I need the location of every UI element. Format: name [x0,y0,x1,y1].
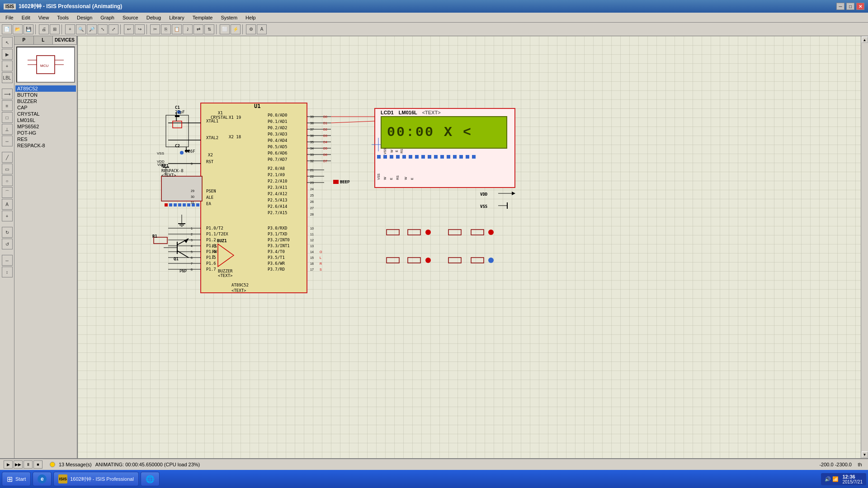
flip-h[interactable]: ↔ [2,255,13,266]
zoom-reset[interactable]: ⤢ [108,24,118,34]
tab-p[interactable]: P [14,36,34,44]
device-item-lm016l[interactable]: LM016L [15,117,76,123]
menu-file[interactable]: File [2,14,17,21]
menu-system[interactable]: System [217,14,241,21]
step-button[interactable]: ▶▶ [14,460,23,469]
device-item-cap[interactable]: CAP [15,104,76,111]
svg-text:D2: D2 [323,128,327,131]
titlebar-controls[interactable]: ─ □ ✕ [836,3,864,10]
right-scrollbar[interactable]: ▲ ▼ [861,36,868,458]
pointer-tool[interactable]: ↖ [2,37,13,48]
box-tool[interactable]: ▭ [2,164,13,174]
svg-rect-44 [165,203,168,206]
paste-button[interactable]: 📋 [172,24,182,34]
stop-button[interactable]: ■ [33,460,42,469]
bus-tool[interactable]: ≡ [2,100,13,111]
device-item-pot-hg[interactable]: POT-HG [15,130,76,136]
x2-18: X2 18 [229,135,241,139]
schematic-canvas[interactable]: VSS VDD [78,36,861,458]
p21-label: P2.1/A9 [268,173,285,177]
menu-template[interactable]: Template [189,14,217,21]
tab-l[interactable]: L [34,36,53,44]
grid-button[interactable]: ⊞ [50,24,60,34]
menu-help[interactable]: Help [242,14,259,21]
terminal-tool[interactable]: ⊥ [2,124,13,135]
prop-btn[interactable]: ⚙ [246,24,256,34]
mirror-v[interactable]: ⇅ [204,24,214,34]
taskbar: ⊞ Start e ISIS 1602时钟 - ISIS Professiona… [0,470,868,488]
svg-text:10: 10 [310,227,314,230]
p05-label: P0.5/AD5 [268,145,287,149]
wire-btn[interactable]: ⚡ [231,24,241,34]
zoom-fit[interactable]: ⤡ [98,24,108,34]
maximize-button[interactable]: □ [846,3,854,10]
menu-source[interactable]: Source [119,14,142,21]
text-tool[interactable]: A [2,199,13,210]
menu-library[interactable]: Library [165,14,188,21]
mirror-h[interactable]: ⇄ [193,24,203,34]
menu-design[interactable]: Design [73,14,96,21]
menu-view[interactable]: View [35,14,53,21]
start-button[interactable]: ⊞ Start [2,472,31,486]
svg-rect-145 [434,155,438,159]
minimize-button[interactable]: ─ [836,3,844,10]
device-item-button[interactable]: BUTTON [15,92,76,98]
move-button[interactable]: ⤸ [183,24,193,34]
undo-button[interactable]: ↩ [124,24,134,34]
svg-text:4: 4 [191,244,193,248]
print-button[interactable]: 🖨 [39,24,49,34]
label-tool[interactable]: LBL [2,72,13,83]
svg-text:3: 3 [191,239,193,242]
zoom-in[interactable]: 🔍 [76,24,86,34]
tab-devices[interactable]: DEVICES [53,36,77,44]
save-button[interactable]: 💾 [24,24,33,34]
taskbar-ie[interactable]: e [33,472,52,486]
device-item-buzzer[interactable]: BUZZER [15,98,76,104]
component-place[interactable]: ▶ [2,49,13,60]
taskbar-browser[interactable]: 🌐 [141,472,160,486]
device-item-crystal[interactable]: CRYSTAL [15,111,76,117]
zoom-indicator: th [855,462,864,467]
play-button[interactable]: ▶ [4,460,13,469]
p11-label: P1.1/T2EX [206,232,228,236]
symbol-tool[interactable]: + [2,211,13,221]
junction-tool[interactable]: + [2,61,13,71]
menu-debug[interactable]: Debug [143,14,165,21]
line-tool[interactable]: ╱ [2,152,13,163]
pause-button[interactable]: ⏸ [24,460,33,469]
port-tool[interactable]: ↔ [2,136,13,146]
zoom-out[interactable]: 🔎 [87,24,97,34]
close-button[interactable]: ✕ [856,3,864,10]
taskbar-isis[interactable]: ISIS 1602时钟 - ISIS Professional [53,472,139,486]
svg-text:MCU: MCU [40,64,48,68]
p06-label: P0.6/AD6 [268,151,287,155]
redo-button[interactable]: ↪ [135,24,145,34]
svg-text:31: 31 [191,201,194,204]
menu-graph[interactable]: Graph [97,14,118,21]
open-button[interactable]: 📂 [13,24,23,34]
menu-edit[interactable]: Edit [18,14,34,21]
component-btn[interactable]: ⬜ [220,24,230,34]
new-button[interactable]: 📄 [2,24,12,34]
menu-tools[interactable]: Tools [53,14,72,21]
rotate-ccw[interactable]: ↺ [2,239,13,249]
circle-tool[interactable]: ○ [2,175,13,186]
left-toolbar: ↖ ▶ + LBL ⟶ ≡ □ ⊥ ↔ ╱ ▭ ○ ⌒ A + ↻ ↺ ↔ ↕ [0,36,14,458]
svg-text:37: 37 [310,128,314,131]
device-item-respack8[interactable]: RESPACK-8 [15,142,76,149]
device-item-mps6562[interactable]: MPS6562 [15,123,76,130]
svg-text:23: 23 [310,181,314,184]
copy-button[interactable]: ⎘ [161,24,171,34]
svg-text:D6: D6 [323,153,327,156]
select-tool[interactable]: + [65,24,75,34]
wire-tool[interactable]: ⟶ [2,89,13,99]
device-item-at89c52[interactable]: AT89C52 [15,85,76,92]
rotate-cw[interactable]: ↻ [2,227,13,238]
device-item-res[interactable]: RES [15,136,76,142]
annotate-btn[interactable]: A [257,24,267,34]
cut-button[interactable]: ✂ [150,24,160,34]
arc-tool[interactable]: ⌒ [2,187,13,198]
flip-v[interactable]: ↕ [2,267,13,277]
svg-text:W: W [383,177,387,180]
subc-tool[interactable]: □ [2,112,13,123]
